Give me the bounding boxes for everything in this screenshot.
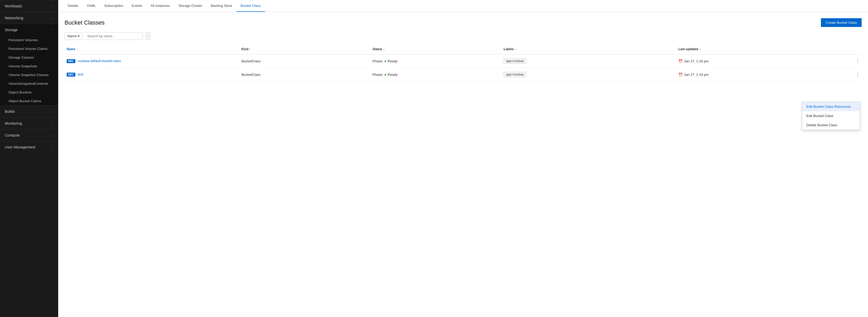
clock-icon: ⏰ xyxy=(678,73,683,77)
sidebar-item-object-buckets[interactable]: Object Buckets xyxy=(0,88,58,97)
th-status[interactable]: Status │ xyxy=(371,46,502,52)
td-labels-2: app=noobaa xyxy=(501,69,676,80)
page-title: Bucket Classes xyxy=(65,19,105,26)
td-actions-1: ⋮ xyxy=(851,55,862,68)
nbc-badge: NBC xyxy=(67,73,75,77)
bucket-class-table: Name ↑ Kind │ Status │ Labels │ Last upd… xyxy=(65,44,862,81)
status-dot-icon: ● xyxy=(384,59,386,63)
sidebar: Workloads › Networking › Storage ‹ Persi… xyxy=(0,0,58,317)
td-actions-2: ⋮ xyxy=(851,68,862,81)
filter-icon: │ xyxy=(515,48,516,51)
timestamp: ⏰ Jan 27, 1:18 pm xyxy=(678,59,849,63)
chevron-right-icon: › xyxy=(52,4,54,8)
kebab-menu-button-2[interactable]: ⋮ xyxy=(853,71,862,78)
status-ready: Phase: ● Ready xyxy=(373,59,500,63)
tab-storage-cluster[interactable]: Storage Cluster xyxy=(174,0,206,12)
th-labels[interactable]: Labels │ xyxy=(501,46,676,52)
sidebar-item-label: User Management xyxy=(5,145,35,149)
sidebar-item-label: Builds xyxy=(5,109,15,114)
status-ready: Phase: ● Ready xyxy=(373,72,500,77)
sidebar-item-persistent-volumes[interactable]: Persistent Volumes xyxy=(0,36,58,44)
tab-all-instances[interactable]: All instances xyxy=(146,0,174,12)
filter-icon: │ xyxy=(250,48,251,51)
timestamp-text: Jan 27, 1:18 pm xyxy=(684,59,709,63)
content-area: Bucket Classes Create Bucket Class Name … xyxy=(58,12,868,317)
chevron-down-icon: ‹ xyxy=(52,28,54,31)
sidebar-item-label: Networking xyxy=(5,16,23,20)
th-last-updated[interactable]: Last updated │ xyxy=(676,46,851,52)
td-labels-1: app=noobaa xyxy=(501,56,676,66)
td-name-1: NBC noobaa-default-bucket-class xyxy=(65,56,239,66)
timestamp: ⏰ Jan 27, 1:19 pm xyxy=(678,73,849,77)
sidebar-item-volume-snapshots[interactable]: Volume Snapshots xyxy=(0,62,58,71)
dropdown-item-delete-class[interactable]: Delete Bucket Class xyxy=(802,120,860,130)
bucket-class-link-1[interactable]: noobaa-default-bucket-class xyxy=(78,59,121,63)
search-slash-key[interactable]: / xyxy=(145,33,150,40)
chevron-right-icon: › xyxy=(52,134,54,137)
sidebar-item-storage-classes[interactable]: Storage Classes xyxy=(0,53,58,62)
filter-icon: │ xyxy=(383,48,385,51)
sidebar-item-label: Storage xyxy=(5,28,18,32)
search-input[interactable] xyxy=(85,32,143,40)
nbc-badge: NBC xyxy=(67,59,75,63)
label-chip: app=noobaa xyxy=(503,72,526,77)
sort-asc-icon: ↑ xyxy=(76,48,78,51)
tab-events[interactable]: Events xyxy=(127,0,147,12)
tab-subscription[interactable]: Subscription xyxy=(100,0,127,12)
context-menu: Edit Bucket Class Resources Edit Bucket … xyxy=(802,102,860,130)
status-prefix: Phase: xyxy=(373,73,383,77)
timestamp-text: Jan 27, 1:19 pm xyxy=(684,73,709,77)
dropdown-item-edit-class[interactable]: Edit Bucket Class xyxy=(802,111,860,120)
filter-bar: Name ▾ / xyxy=(65,32,862,40)
tab-details[interactable]: Details xyxy=(63,0,83,12)
status-prefix: Phase: xyxy=(373,59,383,63)
status-text: Ready xyxy=(388,73,398,77)
tab-bucket-class[interactable]: Bucket Class xyxy=(237,0,265,12)
filter-name-label: Name xyxy=(67,34,77,38)
bucket-class-link-2[interactable]: test xyxy=(78,72,83,76)
sidebar-item-object-bucket-claims[interactable]: Object Bucket Claims xyxy=(0,97,58,105)
sidebar-item-label: Workloads xyxy=(5,4,22,8)
sidebar-item-compute[interactable]: Compute › xyxy=(0,130,58,141)
sidebar-item-storage[interactable]: Storage ‹ xyxy=(0,24,58,36)
td-status-2: Phase: ● Ready xyxy=(371,70,502,79)
chevron-right-icon: › xyxy=(52,146,54,149)
sidebar-item-persistent-volume-claims[interactable]: Persistent Volume Claims xyxy=(0,44,58,53)
dropdown-item-edit-resources[interactable]: Edit Bucket Class Resources xyxy=(802,102,860,111)
td-kind-2: BucketClass xyxy=(239,70,371,79)
sidebar-item-label: Compute xyxy=(5,133,20,137)
chevron-right-icon: › xyxy=(52,122,54,125)
th-name[interactable]: Name ↑ xyxy=(65,46,239,52)
th-kind[interactable]: Kind │ xyxy=(239,46,371,52)
sidebar-item-builds[interactable]: Builds › xyxy=(0,106,58,117)
td-kind-1: BucketClass xyxy=(239,57,371,66)
table-header: Name ↑ Kind │ Status │ Labels │ Last upd… xyxy=(65,44,862,55)
td-timestamp-1: ⏰ Jan 27, 1:18 pm xyxy=(676,57,851,66)
tab-bar: Details YAML Subscription Events All ins… xyxy=(58,0,868,12)
sidebar-item-workloads[interactable]: Workloads › xyxy=(0,0,58,12)
th-actions xyxy=(851,46,862,52)
td-status-1: Phase: ● Ready xyxy=(371,56,502,66)
table-row: NBC noobaa-default-bucket-class BucketCl… xyxy=(65,55,862,68)
tab-yaml[interactable]: YAML xyxy=(83,0,100,12)
sidebar-item-user-management[interactable]: User Management › xyxy=(0,141,58,153)
filter-name-button[interactable]: Name ▾ xyxy=(65,32,83,40)
sidebar-item-networking[interactable]: Networking › xyxy=(0,12,58,24)
sidebar-item-label: Monitoring xyxy=(5,121,22,126)
filter-icon: │ xyxy=(699,48,701,51)
td-name-2: NBC test xyxy=(65,70,239,79)
tab-backing-store[interactable]: Backing Store xyxy=(207,0,237,12)
table-row: NBC test BucketClass Phase: ● Ready app=… xyxy=(65,68,862,81)
main-content: Details YAML Subscription Events All ins… xyxy=(58,0,868,317)
sidebar-item-volume-snapshot-contents[interactable]: VolumeSnapshotContents xyxy=(0,79,58,88)
chevron-right-icon: › xyxy=(52,110,54,113)
td-timestamp-2: ⏰ Jan 27, 1:19 pm xyxy=(676,70,851,79)
sidebar-item-volume-snapshot-classes[interactable]: Volume Snapshot Classes xyxy=(0,71,58,79)
create-bucket-class-button[interactable]: Create Bucket Class xyxy=(821,18,862,27)
clock-icon: ⏰ xyxy=(678,59,683,63)
chevron-down-icon: ▾ xyxy=(78,34,80,38)
kebab-menu-button-1[interactable]: ⋮ xyxy=(853,57,862,65)
sidebar-item-monitoring[interactable]: Monitoring › xyxy=(0,117,58,129)
status-text: Ready xyxy=(388,59,398,63)
label-chip: app=noobaa xyxy=(503,58,526,64)
